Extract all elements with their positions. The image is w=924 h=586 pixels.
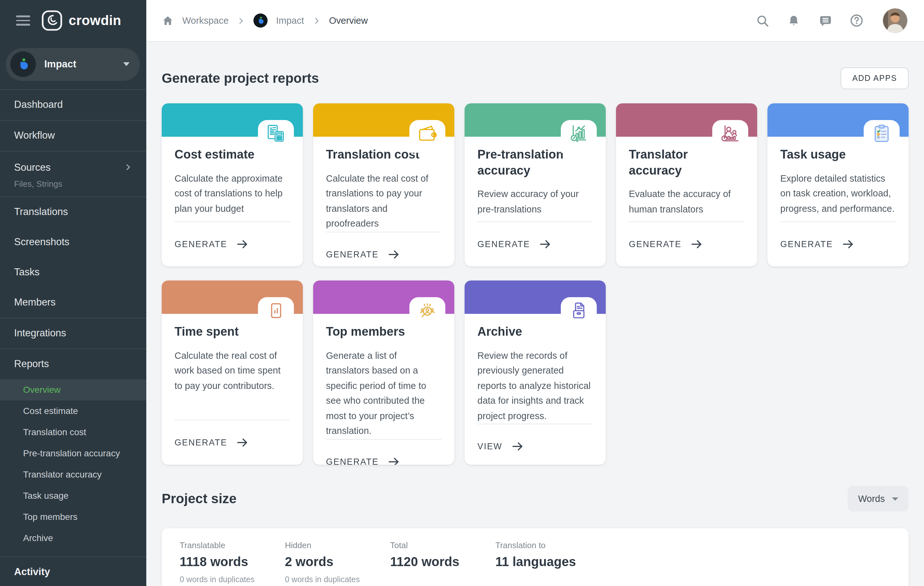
- help-icon[interactable]: [850, 13, 864, 28]
- sidebar-item-workflow[interactable]: Workflow: [0, 121, 146, 151]
- card-archive: Archive Review the records of previously…: [465, 281, 606, 465]
- card-color-band: [767, 103, 909, 137]
- project-size-title: Project size: [162, 491, 236, 507]
- sidebar: crowdin Impact Dashboard Workflow Source…: [0, 0, 146, 586]
- arrow-right-icon: [236, 238, 249, 251]
- card-color-band: [465, 103, 606, 137]
- invoice-calculator-icon: [266, 123, 286, 144]
- search-icon[interactable]: [755, 13, 769, 28]
- unit-selector[interactable]: Words: [848, 486, 909, 512]
- device-bars-icon: [266, 300, 286, 321]
- card-icon-notch: [258, 297, 294, 330]
- card-color-band: [162, 281, 303, 314]
- reports-sub-pre-translation-accuracy[interactable]: Pre-translation accuracy: [0, 443, 146, 464]
- app-window: crowdin Impact Dashboard Workflow Source…: [0, 0, 924, 586]
- reports-sub-top-members[interactable]: Top members: [0, 507, 146, 528]
- crowdin-logo-icon: [41, 10, 63, 31]
- card-description: Explore detailed statistics on task crea…: [780, 171, 896, 216]
- card-cost-estimate: Cost estimate Calculate the approximate …: [162, 103, 303, 266]
- card-description: Calculate the real cost of translations …: [326, 171, 441, 231]
- card-icon-notch: [561, 297, 597, 330]
- generate-link[interactable]: GENERATE: [326, 439, 441, 465]
- arrow-right-icon: [841, 238, 855, 251]
- generate-link[interactable]: GENERATE: [477, 221, 593, 266]
- arrow-right-icon: [236, 436, 249, 449]
- card-icon-notch: [864, 120, 899, 153]
- card-icon-notch: [409, 297, 446, 330]
- card-translation-cost: Translation cost Calculate the real cost…: [313, 103, 454, 266]
- add-apps-button[interactable]: ADD APPS: [841, 68, 909, 89]
- arrow-right-icon: [511, 440, 524, 453]
- card-icon-notch: [561, 120, 597, 153]
- sidebar-item-members[interactable]: Members: [0, 287, 146, 318]
- card-icon-notch: [712, 120, 748, 153]
- sidebar-item-activity[interactable]: Activity: [0, 557, 146, 586]
- user-avatar[interactable]: [883, 8, 908, 33]
- project-avatar: [10, 52, 36, 78]
- reports-sub-cost-estimate[interactable]: Cost estimate: [0, 401, 146, 422]
- hamburger-menu-icon[interactable]: [16, 15, 30, 26]
- project-size-stats: Translatable 1118 words 0 words in dupli…: [162, 528, 909, 586]
- chevron-right-icon: [124, 163, 132, 172]
- generate-link[interactable]: GENERATE: [629, 221, 744, 266]
- arrow-right-icon: [538, 238, 552, 251]
- reports-sub-translator-accuracy[interactable]: Translator accuracy: [0, 464, 146, 485]
- sidebar-item-tasks[interactable]: Tasks: [0, 258, 146, 287]
- breadcrumb-workspace[interactable]: Workspace: [182, 15, 229, 26]
- project-size-header: Project size Words: [162, 486, 909, 512]
- crowdin-wordmark: crowdin: [69, 13, 121, 28]
- reports-submenu: Overview Cost estimate Translation cost …: [0, 379, 146, 556]
- report-cards-grid: Cost estimate Calculate the approximate …: [162, 103, 909, 465]
- card-color-band: [313, 281, 454, 314]
- sidebar-item-reports[interactable]: Reports: [0, 349, 146, 379]
- card-color-band: [162, 103, 303, 137]
- sidebar-item-screenshots[interactable]: Screenshots: [0, 227, 146, 258]
- view-link[interactable]: VIEW: [477, 424, 593, 465]
- reports-sub-translation-cost[interactable]: Translation cost: [0, 422, 146, 443]
- stat-total: Total 1120 words: [390, 540, 495, 586]
- stat-translatable: Translatable 1118 words 0 words in dupli…: [180, 540, 285, 586]
- arrow-right-icon: [387, 455, 400, 465]
- chevron-right-icon: [237, 17, 246, 25]
- generate-link[interactable]: GENERATE: [326, 231, 441, 266]
- main-area: Workspace Impact Overview: [146, 0, 924, 586]
- breadcrumb-impact[interactable]: Impact: [276, 15, 304, 26]
- sidebar-item-dashboard[interactable]: Dashboard: [0, 90, 146, 120]
- chevron-down-icon: [123, 63, 130, 66]
- sidebar-item-integrations[interactable]: Integrations: [0, 319, 146, 348]
- generate-link[interactable]: GENERATE: [780, 221, 896, 266]
- card-description: Generate a list of translators based on …: [326, 348, 441, 439]
- card-top-members: Top members Generate a list of translato…: [313, 281, 454, 465]
- wallet-icon: [417, 123, 437, 144]
- crowdin-logo[interactable]: crowdin: [41, 10, 121, 31]
- reports-sub-task-usage[interactable]: Task usage: [0, 485, 146, 507]
- stat-hidden: Hidden 2 words 0 words in duplicates: [285, 540, 390, 586]
- generate-link[interactable]: GENERATE: [175, 420, 290, 465]
- impact-project-icon: [16, 58, 30, 71]
- breadcrumb-overview: Overview: [329, 15, 368, 26]
- card-description: Review the records of previously generat…: [477, 348, 593, 424]
- reports-sub-overview[interactable]: Overview: [0, 379, 146, 401]
- notifications-bell-icon[interactable]: [787, 13, 801, 28]
- stat-translation-to: Translation to 11 languages: [495, 540, 601, 586]
- chevron-right-icon: [312, 17, 321, 25]
- sidebar-item-sources[interactable]: Sources Files, Strings: [0, 152, 146, 196]
- card-color-band: [616, 103, 757, 137]
- reports-sub-archive[interactable]: Archive: [0, 528, 146, 549]
- messages-icon[interactable]: [818, 13, 832, 28]
- card-color-band: [465, 281, 606, 314]
- topbar-icons: [755, 8, 908, 33]
- card-description: Calculate the approximate cost of transl…: [175, 171, 290, 216]
- arrow-right-icon: [690, 238, 703, 251]
- sidebar-header: crowdin: [0, 0, 146, 41]
- topbar: Workspace Impact Overview: [146, 0, 924, 42]
- generate-link[interactable]: GENERATE: [175, 221, 290, 266]
- sources-subtitle: Files, Strings: [14, 179, 132, 189]
- home-icon[interactable]: [162, 15, 174, 26]
- project-selector[interactable]: Impact: [6, 48, 140, 81]
- magnifier-people-icon: [417, 300, 437, 321]
- page-title: Generate project reports: [162, 71, 319, 86]
- card-description: Calculate the real cost of work based on…: [175, 348, 290, 393]
- sidebar-item-translations[interactable]: Translations: [0, 197, 146, 227]
- project-name: Impact: [44, 59, 115, 70]
